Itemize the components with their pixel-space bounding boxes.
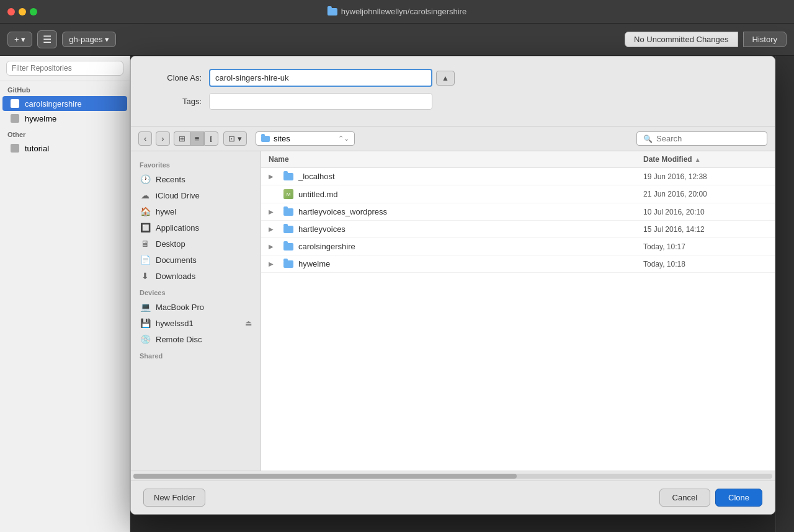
maximize-button[interactable] (30, 8, 37, 16)
file-browser-toolbar: ‹ › ⊞ ≡ ⫿ ⊡ ▾ sites ⌃⌄ 🔍 (131, 126, 775, 151)
traffic-lights (7, 8, 37, 16)
back-button[interactable]: ‹ (138, 131, 152, 146)
no-changes-button: No Uncommitted Changes (625, 32, 738, 47)
recents-icon: 🕐 (140, 174, 151, 184)
fs-item-documents-label: Documents (156, 255, 197, 265)
clone-button[interactable]: Clone (715, 489, 762, 507)
file-main-list: Name Date Modified ▲ ▶ _localhost 19 Jun… (261, 151, 775, 471)
tags-field: Tags: (146, 93, 760, 110)
repo-title-label: hyweljohnllewellyn/carolsingershire (341, 7, 466, 16)
fs-item-macbook[interactable]: 💻 MacBook Pro (131, 299, 261, 315)
fs-item-recents[interactable]: 🕐 Recents (131, 171, 261, 187)
path-selector-label: sites (274, 134, 290, 143)
view-list-button[interactable]: ≡ (190, 131, 205, 146)
fs-item-hywelssd1[interactable]: 💾 hywelssd1 ⏏ (131, 315, 261, 331)
chevron-icon: ▶ (269, 173, 276, 180)
sidebar-toggle-button[interactable]: ☰ (37, 30, 57, 48)
chevron-icon: ▶ (269, 226, 276, 233)
documents-icon: 📄 (140, 255, 151, 265)
folder-icon (283, 173, 293, 180)
disc-icon: 💿 (140, 334, 151, 344)
close-button[interactable] (7, 8, 15, 16)
file-name-label: hywelme (298, 259, 330, 268)
dialog-top-section: Clone As: ▲ Tags: (131, 56, 775, 126)
fs-item-icloud[interactable]: ☁ iCloud Drive (131, 187, 261, 203)
file-row-hartleyvoices[interactable]: ▶ hartleyvoices 15 Jul 2016, 14:12 (261, 221, 775, 238)
collapse-button[interactable]: ▲ (436, 71, 455, 86)
sidebar-item-tutorial[interactable]: tutorial (2, 141, 127, 156)
clone-as-input[interactable] (209, 69, 432, 87)
file-row-hywelme[interactable]: ▶ hywelme Today, 10:18 (261, 255, 775, 273)
fs-item-hywel[interactable]: 🏠 hywel (131, 203, 261, 219)
forward-button[interactable]: › (156, 131, 169, 146)
macbook-icon: 💻 (140, 302, 151, 312)
filter-repos-input[interactable] (6, 61, 123, 76)
view-grid-button[interactable]: ⊡ ▾ (223, 131, 247, 146)
sort-icon: ▲ (695, 156, 701, 163)
branch-button[interactable]: gh-pages ▾ (62, 32, 116, 47)
clone-as-label: Clone As: (146, 73, 202, 82)
fs-item-documents[interactable]: 📄 Documents (131, 252, 261, 268)
file-row-hartleyvoices-wp[interactable]: ▶ hartleyvoices_wordpress 10 Jul 2016, 2… (261, 203, 775, 221)
fs-item-downloads[interactable]: ⬇ Downloads (131, 268, 261, 284)
path-selector[interactable]: sites ⌃⌄ (256, 131, 355, 146)
scroll-thumb (133, 474, 517, 479)
tags-label: Tags: (146, 97, 202, 106)
fs-item-desktop[interactable]: 🖥 Desktop (131, 236, 261, 252)
path-chevron-icon: ⌃⌄ (338, 135, 349, 143)
fs-item-applications[interactable]: 🔲 Applications (131, 219, 261, 236)
repo-icon (11, 114, 19, 123)
sidebar-item-carolsingershire[interactable]: carolsingershire (2, 96, 127, 111)
icloud-icon: ☁ (140, 190, 151, 200)
path-folder-icon (261, 136, 270, 142)
add-button[interactable]: + ▾ (7, 32, 32, 47)
bg-sidebar: GitHub carolsingershire hywelme Other tu… (0, 56, 130, 532)
fs-item-desktop-label: Desktop (156, 239, 185, 249)
home-icon: 🏠 (140, 206, 151, 216)
fs-item-remote-disc[interactable]: 💿 Remote Disc (131, 331, 261, 347)
favorites-section-label: Favorites (131, 156, 261, 171)
fs-item-macbook-label: MacBook Pro (156, 303, 204, 312)
dialog-bottom-buttons: New Folder Cancel Clone (131, 481, 775, 514)
eject-icon[interactable]: ⏏ (245, 319, 252, 327)
drive-icon: 💾 (140, 318, 151, 328)
sidebar-item-label: hywelme (25, 114, 56, 123)
minimize-button[interactable] (19, 8, 26, 16)
file-list-wrapper: Favorites 🕐 Recents ☁ iCloud Drive 🏠 hyw… (131, 151, 775, 471)
sidebar-item-label: tutorial (25, 144, 49, 153)
cancel-button[interactable]: Cancel (659, 489, 710, 507)
folder-icon (283, 260, 293, 268)
tags-input[interactable] (209, 93, 432, 110)
file-date: Today, 10:17 (643, 242, 767, 251)
clone-as-field: Clone As: ▲ (146, 69, 760, 87)
view-icon-button[interactable]: ⊞ (174, 131, 190, 146)
chevron-icon: ▶ (269, 260, 276, 267)
file-row-localhost[interactable]: ▶ _localhost 19 Jun 2016, 12:38 (261, 168, 775, 185)
folder-icon (283, 243, 293, 250)
history-button[interactable]: History (743, 32, 787, 47)
search-icon: 🔍 (643, 135, 653, 143)
repo-icon (11, 144, 19, 153)
search-input[interactable] (656, 134, 761, 143)
col-name-header: Name (269, 155, 643, 164)
shared-section-label: Shared (131, 347, 261, 362)
markdown-file-icon: M (283, 189, 293, 199)
file-row-untitled-md[interactable]: M untitled.md 21 Jun 2016, 20:00 (261, 185, 775, 203)
sidebar-item-hywelme[interactable]: hywelme (2, 111, 127, 126)
file-list-header: Name Date Modified ▲ (261, 151, 775, 168)
file-row-carolsingershire[interactable]: ▶ carolsingershire Today, 10:17 (261, 238, 775, 255)
fs-item-remote-disc-label: Remote Disc (156, 335, 202, 344)
chevron-icon: ▶ (269, 208, 276, 215)
horizontal-scrollbar[interactable] (131, 471, 775, 481)
file-name-label: hartleyvoices_wordpress (298, 207, 387, 216)
titlebar: hyweljohnllewellyn/carolsingershire (0, 0, 794, 24)
new-folder-button[interactable]: New Folder (143, 489, 205, 507)
file-name-label: hartleyvoices (298, 224, 346, 234)
file-sidebar: Favorites 🕐 Recents ☁ iCloud Drive 🏠 hyw… (131, 151, 261, 471)
bg-right-panel (775, 56, 794, 532)
view-column-button[interactable]: ⫿ (204, 131, 218, 146)
repo-folder-icon (328, 8, 337, 16)
sidebar-item-label: carolsingershire (25, 99, 82, 109)
file-name-label: carolsingershire (298, 242, 355, 251)
github-section-label: GitHub (0, 81, 130, 96)
